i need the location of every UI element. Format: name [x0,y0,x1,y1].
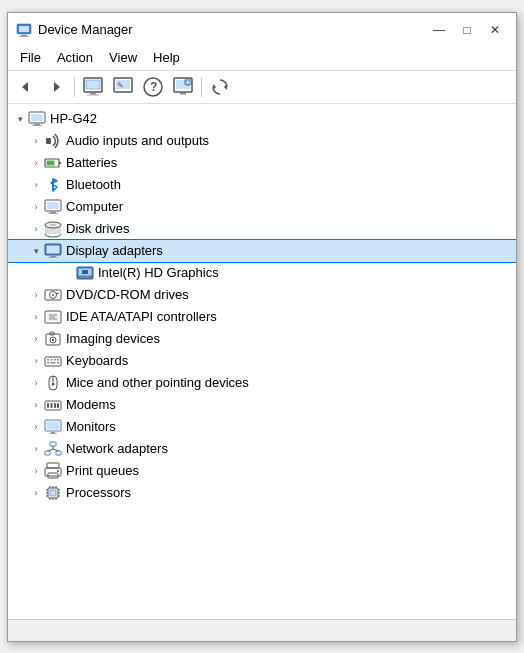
display-label: Display adapters [66,243,163,258]
tree-item-modems[interactable]: › Modems [8,394,516,416]
imaging-label: Imaging devices [66,331,160,346]
svg-point-69 [52,382,55,385]
svg-rect-8 [90,93,96,95]
svg-point-58 [52,338,54,340]
tree-item-network[interactable]: › Network adapters [8,438,516,460]
tree-item-monitors[interactable]: › Monitors [8,416,516,438]
tree-item-ide[interactable]: › IDE ATA/ATAPI controllers [8,306,516,328]
tree-item-computer[interactable]: › Computer [8,196,516,218]
forward-button[interactable] [42,74,70,100]
menu-action[interactable]: Action [49,47,101,68]
title-bar: Device Manager — □ ✕ [8,13,516,45]
svg-text:?: ? [150,80,157,94]
svg-rect-73 [54,403,56,408]
dvd-label: DVD/CD-ROM drives [66,287,189,302]
batteries-expand[interactable]: › [28,155,44,171]
root-expand[interactable]: ▾ [12,111,28,127]
properties-button[interactable] [79,74,107,100]
tree-item-display[interactable]: ▾ Display adapters [8,240,516,262]
tree-item-mice[interactable]: › Mice and other pointing devices [8,372,516,394]
refresh-icon [210,77,230,97]
svg-text:✎: ✎ [117,81,124,90]
monitors-expand[interactable]: › [28,419,44,435]
tree-item-intel[interactable]: Intel(R) HD Graphics [8,262,516,284]
minimize-button[interactable]: — [426,19,452,41]
tree-item-imaging[interactable]: › Imaging devices [8,328,516,350]
disk-label: Disk drives [66,221,130,236]
svg-rect-25 [32,125,42,126]
toolbar-separator-2 [201,77,202,97]
imaging-expand[interactable]: › [28,331,44,347]
help-button[interactable]: ? [139,74,167,100]
svg-rect-66 [57,362,59,364]
audio-label: Audio inputs and outputs [66,133,209,148]
svg-rect-23 [31,114,43,121]
battery-icon [44,154,62,172]
print-label: Print queues [66,463,139,478]
network-label: Network adapters [66,441,168,456]
tree-item-bluetooth[interactable]: › Bluetooth [8,174,516,196]
app-icon [16,22,32,38]
tree-item-keyboards[interactable]: › Keyboards [8,350,516,372]
svg-rect-64 [47,362,49,364]
scan-button[interactable]: + [169,74,197,100]
svg-rect-7 [86,80,100,89]
update-driver-button[interactable]: ✎ [109,74,137,100]
modems-label: Modems [66,397,116,412]
keyboards-expand[interactable]: › [28,353,44,369]
network-expand[interactable]: › [28,441,44,457]
tree-item-processors[interactable]: › [8,482,516,504]
menu-bar: File Action View Help [8,45,516,71]
svg-line-83 [48,449,54,451]
content-area: ▾ HP-G42 › [8,104,516,619]
tree-item-dvd[interactable]: › DVD/CD-ROM drives [8,284,516,306]
bluetooth-label: Bluetooth [66,177,121,192]
computer-label: Computer [66,199,123,214]
maximize-button[interactable]: □ [454,19,480,41]
imaging-icon [44,330,62,348]
tree-item-audio[interactable]: › Audio inputs and outputs [8,130,516,152]
modems-expand[interactable]: › [28,397,44,413]
menu-help[interactable]: Help [145,47,188,68]
computer-icon [44,198,62,216]
network-icon [44,440,62,458]
svg-marker-5 [54,82,60,92]
svg-rect-39 [47,245,60,253]
batteries-label: Batteries [66,155,117,170]
close-button[interactable]: ✕ [482,19,508,41]
computer-expand[interactable]: › [28,199,44,215]
menu-file[interactable]: File [12,47,49,68]
bluetooth-icon [44,176,62,194]
monitor-icon [44,418,62,436]
refresh-button[interactable] [206,74,234,100]
svg-rect-72 [51,403,53,408]
print-expand[interactable]: › [28,463,44,479]
svg-rect-59 [45,357,61,366]
audio-expand[interactable]: › [28,133,44,149]
svg-rect-76 [47,421,60,429]
device-tree[interactable]: ▾ HP-G42 › [8,104,516,619]
dvd-expand[interactable]: › [28,287,44,303]
tree-item-disk[interactable]: › Disk drives [8,218,516,240]
ide-expand[interactable]: › [28,309,44,325]
svg-rect-45 [82,270,88,274]
processors-expand[interactable]: › [28,485,44,501]
svg-point-48 [52,294,54,296]
display-expand[interactable]: ▾ [28,243,44,259]
title-left: Device Manager [16,22,133,38]
back-button[interactable] [12,74,40,100]
disk-icon [44,220,62,238]
tree-item-batteries[interactable]: › Batteries [8,152,516,174]
tree-root[interactable]: ▾ HP-G42 [8,108,516,130]
window-controls: — □ ✕ [426,19,508,41]
root-label: HP-G42 [50,111,97,126]
menu-view[interactable]: View [101,47,145,68]
disk-expand[interactable]: › [28,221,44,237]
mice-expand[interactable]: › [28,375,44,391]
svg-rect-41 [48,257,58,258]
svg-rect-78 [49,433,57,434]
svg-rect-44 [80,276,90,278]
svg-point-37 [50,223,56,225]
bluetooth-expand[interactable]: › [28,177,44,193]
tree-item-print[interactable]: › Print queues [8,460,516,482]
